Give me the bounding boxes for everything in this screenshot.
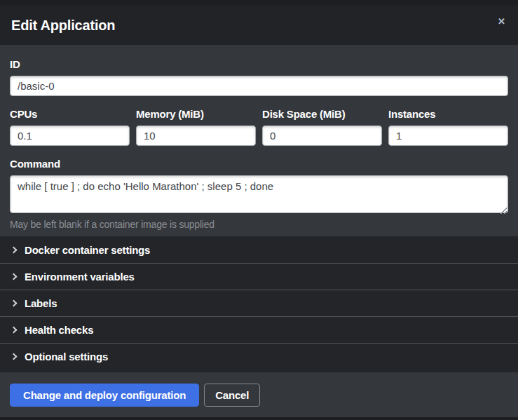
- id-field-group: ID: [10, 59, 508, 96]
- id-label: ID: [10, 59, 508, 70]
- memory-label: Memory (MiB): [136, 109, 256, 120]
- disk-field-group: Disk Space (MiB): [262, 109, 382, 146]
- cpus-label: CPUs: [10, 109, 130, 120]
- instances-field-group: Instances: [388, 109, 508, 146]
- command-help-text: May be left blank if a container image i…: [10, 219, 508, 230]
- edit-application-modal: Edit Application ✕ ID CPUs Memory (MiB) …: [0, 6, 518, 417]
- chevron-right-icon: [11, 353, 18, 360]
- accordion-optional-settings[interactable]: Optional settings: [0, 343, 518, 370]
- command-textarea-wrap: while [ true ] ; do echo 'Hello Marathon…: [10, 175, 508, 216]
- cpus-input[interactable]: [10, 126, 130, 146]
- accordion-label: Labels: [25, 297, 57, 309]
- accordion-environment-variables[interactable]: Environment variables: [0, 263, 518, 290]
- chevron-right-icon: [11, 273, 18, 280]
- resources-row: CPUs Memory (MiB) Disk Space (MiB) Insta…: [10, 109, 508, 146]
- cpus-field-group: CPUs: [10, 109, 130, 146]
- memory-field-group: Memory (MiB): [136, 109, 256, 146]
- disk-input[interactable]: [262, 126, 382, 146]
- accordion-label: Docker container settings: [25, 244, 150, 256]
- accordion-label: Environment variables: [25, 271, 135, 283]
- close-icon[interactable]: ✕: [496, 14, 507, 29]
- command-field-group: Command while [ true ] ; do echo 'Hello …: [10, 158, 508, 230]
- accordion-health-checks[interactable]: Health checks: [0, 316, 518, 343]
- instances-input[interactable]: [388, 126, 508, 146]
- chevron-right-icon: [11, 246, 18, 253]
- accordion-label: Optional settings: [25, 351, 108, 363]
- cancel-button[interactable]: Cancel: [204, 384, 260, 407]
- page-backdrop-top: [0, 0, 518, 6]
- disk-label: Disk Space (MiB): [262, 109, 382, 120]
- accordion-sections: Docker container settings Environment va…: [0, 236, 518, 372]
- memory-input[interactable]: [136, 126, 256, 146]
- application-form: ID CPUs Memory (MiB) Disk Space (MiB) In…: [0, 45, 518, 236]
- accordion-docker-container-settings[interactable]: Docker container settings: [0, 236, 518, 263]
- id-input[interactable]: [10, 76, 508, 96]
- chevron-right-icon: [11, 300, 18, 307]
- modal-header: Edit Application ✕: [0, 6, 518, 45]
- modal-title: Edit Application: [11, 18, 115, 34]
- chevron-right-icon: [11, 327, 18, 334]
- command-textarea[interactable]: while [ true ] ; do echo 'Hello Marathon…: [10, 175, 508, 213]
- instances-label: Instances: [388, 109, 508, 120]
- accordion-labels[interactable]: Labels: [0, 290, 518, 316]
- command-label: Command: [10, 158, 508, 170]
- accordion-label: Health checks: [25, 324, 93, 336]
- page-backdrop-bottom: [0, 417, 518, 420]
- change-and-deploy-button[interactable]: Change and deploy configuration: [10, 384, 199, 407]
- modal-footer: Change and deploy configuration Cancel: [0, 372, 518, 417]
